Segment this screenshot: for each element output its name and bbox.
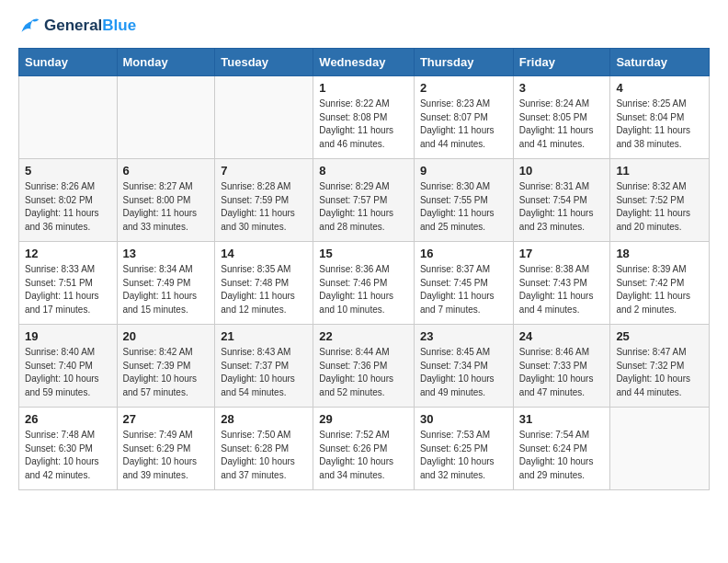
day-info: Sunrise: 8:31 AM Sunset: 7:54 PM Dayligh…	[519, 180, 605, 234]
calendar-cell: 28Sunrise: 7:50 AM Sunset: 6:28 PM Dayli…	[215, 408, 313, 490]
day-number: 2	[420, 81, 507, 95]
day-info: Sunrise: 8:25 AM Sunset: 8:04 PM Dayligh…	[616, 98, 703, 151]
day-number: 31	[519, 412, 605, 426]
calendar-cell: 19Sunrise: 8:40 AM Sunset: 7:40 PM Dayli…	[19, 325, 118, 408]
day-number: 6	[123, 164, 210, 178]
day-info: Sunrise: 8:38 AM Sunset: 7:43 PM Dayligh…	[519, 263, 605, 316]
day-number: 7	[221, 164, 307, 178]
calendar-cell: 6Sunrise: 8:27 AM Sunset: 8:00 PM Daylig…	[117, 159, 215, 242]
day-info: Sunrise: 8:42 AM Sunset: 7:39 PM Dayligh…	[123, 346, 210, 399]
day-info: Sunrise: 7:52 AM Sunset: 6:26 PM Dayligh…	[319, 429, 408, 482]
day-number: 18	[616, 247, 703, 260]
day-number: 22	[319, 329, 408, 343]
day-number: 20	[123, 329, 210, 343]
day-info: Sunrise: 8:27 AM Sunset: 8:00 PM Dayligh…	[123, 180, 210, 234]
calendar-cell: 3Sunrise: 8:24 AM Sunset: 8:05 PM Daylig…	[513, 76, 610, 159]
day-number: 1	[319, 81, 408, 95]
calendar-cell: 17Sunrise: 8:38 AM Sunset: 7:43 PM Dayli…	[513, 242, 610, 325]
calendar-cell: 20Sunrise: 8:42 AM Sunset: 7:39 PM Dayli…	[117, 325, 215, 408]
calendar-header-row: SundayMondayTuesdayWednesdayThursdayFrid…	[19, 49, 710, 76]
col-header-friday: Friday	[513, 49, 610, 76]
day-number: 4	[616, 81, 703, 95]
calendar-cell	[215, 76, 313, 159]
calendar-cell	[610, 408, 710, 490]
col-header-sunday: Sunday	[19, 49, 118, 76]
calendar-cell: 18Sunrise: 8:39 AM Sunset: 7:42 PM Dayli…	[610, 242, 710, 325]
calendar-cell: 21Sunrise: 8:43 AM Sunset: 7:37 PM Dayli…	[215, 325, 313, 408]
day-info: Sunrise: 8:35 AM Sunset: 7:48 PM Dayligh…	[221, 263, 307, 316]
calendar-cell: 11Sunrise: 8:32 AM Sunset: 7:52 PM Dayli…	[610, 159, 710, 242]
day-number: 15	[319, 247, 408, 260]
day-number: 26	[25, 412, 111, 426]
logo: GeneralBlue	[18, 15, 136, 37]
logo-bird-icon	[18, 15, 40, 37]
day-info: Sunrise: 8:33 AM Sunset: 7:51 PM Dayligh…	[25, 263, 111, 316]
col-header-wednesday: Wednesday	[313, 49, 415, 76]
day-number: 10	[519, 164, 605, 178]
day-info: Sunrise: 8:22 AM Sunset: 8:08 PM Dayligh…	[319, 98, 408, 151]
day-info: Sunrise: 8:24 AM Sunset: 8:05 PM Dayligh…	[519, 98, 605, 151]
day-number: 21	[221, 329, 307, 343]
calendar-cell: 24Sunrise: 8:46 AM Sunset: 7:33 PM Dayli…	[513, 325, 610, 408]
day-info: Sunrise: 7:48 AM Sunset: 6:30 PM Dayligh…	[25, 429, 111, 482]
day-number: 30	[420, 412, 507, 426]
calendar-cell: 7Sunrise: 8:28 AM Sunset: 7:59 PM Daylig…	[215, 159, 313, 242]
day-info: Sunrise: 8:28 AM Sunset: 7:59 PM Dayligh…	[221, 180, 307, 234]
day-info: Sunrise: 7:54 AM Sunset: 6:24 PM Dayligh…	[519, 429, 605, 482]
day-number: 8	[319, 164, 408, 178]
page: GeneralBlue SundayMondayTuesdayWednesday…	[0, 0, 728, 509]
calendar-week-row: 5Sunrise: 8:26 AM Sunset: 8:02 PM Daylig…	[19, 159, 710, 242]
calendar-cell	[117, 76, 215, 159]
calendar-cell: 2Sunrise: 8:23 AM Sunset: 8:07 PM Daylig…	[414, 76, 513, 159]
calendar-cell: 23Sunrise: 8:45 AM Sunset: 7:34 PM Dayli…	[414, 325, 513, 408]
col-header-thursday: Thursday	[414, 49, 513, 76]
day-info: Sunrise: 8:44 AM Sunset: 7:36 PM Dayligh…	[319, 346, 408, 399]
calendar-cell: 26Sunrise: 7:48 AM Sunset: 6:30 PM Dayli…	[19, 408, 118, 490]
logo-text: GeneralBlue	[44, 17, 136, 35]
calendar-week-row: 26Sunrise: 7:48 AM Sunset: 6:30 PM Dayli…	[19, 408, 710, 490]
calendar-week-row: 1Sunrise: 8:22 AM Sunset: 8:08 PM Daylig…	[19, 76, 710, 159]
day-number: 3	[519, 81, 605, 95]
day-number: 19	[25, 329, 111, 343]
calendar-cell: 4Sunrise: 8:25 AM Sunset: 8:04 PM Daylig…	[610, 76, 710, 159]
day-number: 24	[519, 329, 605, 343]
calendar-cell: 12Sunrise: 8:33 AM Sunset: 7:51 PM Dayli…	[19, 242, 118, 325]
day-info: Sunrise: 7:53 AM Sunset: 6:25 PM Dayligh…	[420, 429, 507, 482]
day-info: Sunrise: 8:47 AM Sunset: 7:32 PM Dayligh…	[616, 346, 703, 399]
day-info: Sunrise: 8:46 AM Sunset: 7:33 PM Dayligh…	[519, 346, 605, 399]
calendar-cell: 1Sunrise: 8:22 AM Sunset: 8:08 PM Daylig…	[313, 76, 415, 159]
calendar-cell: 8Sunrise: 8:29 AM Sunset: 7:57 PM Daylig…	[313, 159, 415, 242]
calendar-cell: 25Sunrise: 8:47 AM Sunset: 7:32 PM Dayli…	[610, 325, 710, 408]
col-header-monday: Monday	[117, 49, 215, 76]
calendar-week-row: 12Sunrise: 8:33 AM Sunset: 7:51 PM Dayli…	[19, 242, 710, 325]
calendar-cell: 27Sunrise: 7:49 AM Sunset: 6:29 PM Dayli…	[117, 408, 215, 490]
calendar-cell: 16Sunrise: 8:37 AM Sunset: 7:45 PM Dayli…	[414, 242, 513, 325]
day-info: Sunrise: 8:45 AM Sunset: 7:34 PM Dayligh…	[420, 346, 507, 399]
day-info: Sunrise: 8:23 AM Sunset: 8:07 PM Dayligh…	[420, 98, 507, 151]
day-number: 25	[616, 329, 703, 343]
col-header-tuesday: Tuesday	[215, 49, 313, 76]
calendar-cell	[19, 76, 118, 159]
header: GeneralBlue	[18, 15, 710, 37]
day-number: 17	[519, 247, 605, 260]
day-number: 16	[420, 247, 507, 260]
col-header-saturday: Saturday	[610, 49, 710, 76]
calendar-week-row: 19Sunrise: 8:40 AM Sunset: 7:40 PM Dayli…	[19, 325, 710, 408]
day-number: 27	[123, 412, 210, 426]
day-info: Sunrise: 8:37 AM Sunset: 7:45 PM Dayligh…	[420, 263, 507, 316]
calendar-table: SundayMondayTuesdayWednesdayThursdayFrid…	[18, 48, 710, 490]
day-number: 28	[221, 412, 307, 426]
day-info: Sunrise: 7:49 AM Sunset: 6:29 PM Dayligh…	[123, 429, 210, 482]
day-info: Sunrise: 8:43 AM Sunset: 7:37 PM Dayligh…	[221, 346, 307, 399]
day-info: Sunrise: 8:32 AM Sunset: 7:52 PM Dayligh…	[616, 180, 703, 234]
day-info: Sunrise: 8:29 AM Sunset: 7:57 PM Dayligh…	[319, 180, 408, 234]
day-info: Sunrise: 8:36 AM Sunset: 7:46 PM Dayligh…	[319, 263, 408, 316]
day-info: Sunrise: 8:26 AM Sunset: 8:02 PM Dayligh…	[25, 180, 111, 234]
calendar-cell: 5Sunrise: 8:26 AM Sunset: 8:02 PM Daylig…	[19, 159, 118, 242]
calendar-cell: 31Sunrise: 7:54 AM Sunset: 6:24 PM Dayli…	[513, 408, 610, 490]
day-number: 9	[420, 164, 507, 178]
calendar-cell: 29Sunrise: 7:52 AM Sunset: 6:26 PM Dayli…	[313, 408, 415, 490]
calendar-cell: 10Sunrise: 8:31 AM Sunset: 7:54 PM Dayli…	[513, 159, 610, 242]
calendar-cell: 9Sunrise: 8:30 AM Sunset: 7:55 PM Daylig…	[414, 159, 513, 242]
calendar-cell: 14Sunrise: 8:35 AM Sunset: 7:48 PM Dayli…	[215, 242, 313, 325]
